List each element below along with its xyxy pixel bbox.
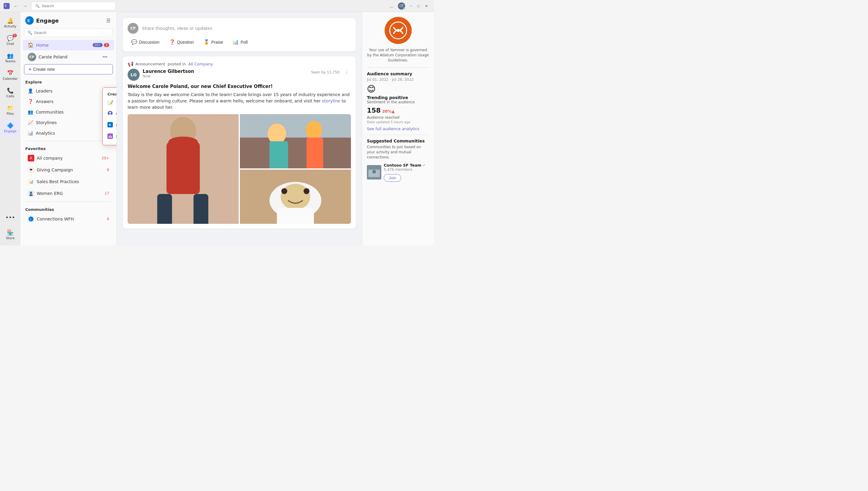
composer-top: CP Share thoughts, ideas or updates bbox=[128, 23, 351, 34]
answers-icon: ❓ bbox=[28, 99, 33, 104]
title-search-bar: 🔍 bbox=[31, 2, 116, 10]
teams-label: Teams bbox=[5, 59, 16, 63]
more-options-button[interactable]: ... bbox=[388, 2, 395, 10]
dropdown-item-community[interactable]: Community bbox=[103, 108, 117, 120]
fav-item-women-erg[interactable]: Women ERG 17 bbox=[23, 187, 114, 199]
engage-label: Engage bbox=[4, 129, 16, 133]
sidebar: E Engage ☰ 🔍 🏠 Home 20+ 3 bbox=[21, 12, 117, 246]
teams-icon: 👥 bbox=[7, 52, 13, 59]
explore-item-storylines[interactable]: 📈 Storylines bbox=[23, 117, 114, 128]
sidebar-item-activity[interactable]: 🔔 Activity bbox=[2, 15, 19, 31]
explore-item-leaders[interactable]: 👤 Leaders bbox=[23, 86, 114, 96]
sentiment-sub: Sentiment in the audience bbox=[367, 100, 429, 104]
user-row[interactable]: CP Carole Poland ••• bbox=[23, 51, 114, 63]
svg-point-31 bbox=[304, 188, 310, 194]
create-new-label: Create new bbox=[33, 67, 55, 72]
teams-logo-icon: T bbox=[4, 3, 10, 9]
back-button[interactable]: ← bbox=[12, 2, 20, 10]
svg-text:T: T bbox=[5, 4, 7, 8]
communities-section-label: Communities bbox=[21, 204, 117, 213]
audience-count-row: 158 20%▲ bbox=[367, 107, 429, 114]
explore-item-analytics[interactable]: 📊 Analytics bbox=[23, 128, 114, 138]
user-options-button[interactable]: ••• bbox=[100, 54, 109, 60]
explore-section-label: Explore bbox=[21, 77, 117, 86]
fav-item-connections-wfh[interactable]: C Connections WFH 6 bbox=[23, 213, 114, 225]
dropdown-item-event[interactable]: 📅 Event bbox=[103, 131, 117, 143]
giving-campaign-icon: ❤️ bbox=[28, 167, 34, 173]
maximize-button[interactable]: □ bbox=[415, 3, 422, 9]
explore-item-answers[interactable]: ❓ Answers bbox=[23, 96, 114, 107]
more-apps-button[interactable]: ••• bbox=[2, 209, 19, 226]
sidebar-item-chat[interactable]: 💬 Chat 1 bbox=[2, 32, 19, 49]
user-avatar: CP bbox=[28, 53, 36, 61]
community-members: 5,476 members bbox=[384, 168, 426, 172]
right-panel: Your use of Yammer is governed by the Ad… bbox=[362, 12, 434, 246]
audience-date-range: Jul 01, 2022 - Jul 28, 2022 bbox=[367, 78, 429, 82]
fav-label-sales: Sales Best Practices bbox=[37, 179, 109, 184]
post-image-bottom-right bbox=[240, 170, 351, 224]
fav-item-giving[interactable]: ❤️ Giving Campaign 8 bbox=[23, 164, 114, 176]
connections-wfh-icon: C bbox=[28, 216, 34, 222]
title-search-input[interactable] bbox=[41, 4, 112, 8]
post-card: 📢 Announcement posted in All Company LG … bbox=[123, 56, 356, 229]
post-community-link[interactable]: All Company bbox=[188, 62, 213, 66]
sidebar-search-icon: 🔍 bbox=[27, 30, 32, 35]
community-card: Contoso SF Team ✓ 5,476 members Join bbox=[367, 163, 429, 182]
forward-button[interactable]: → bbox=[21, 2, 29, 10]
fav-item-all-company[interactable]: A All company 20+ bbox=[23, 152, 114, 164]
minimize-button[interactable]: − bbox=[407, 3, 414, 9]
title-bar-right: ... CP − □ ✕ bbox=[388, 2, 430, 10]
post-image-main bbox=[128, 114, 239, 224]
home-label: Home bbox=[36, 43, 90, 48]
all-company-icon: A bbox=[28, 155, 34, 162]
fav-label-all-company: All company bbox=[37, 156, 99, 161]
explore-item-communities[interactable]: 👥 Communities bbox=[23, 107, 114, 117]
join-button[interactable]: Join bbox=[384, 174, 401, 182]
storylines-icon: 📈 bbox=[28, 120, 33, 125]
question-button[interactable]: ❓ Question bbox=[165, 37, 197, 47]
app-body: 🔔 Activity 💬 Chat 1 👥 Teams 📅 Calendar 📞… bbox=[0, 12, 434, 246]
svg-text:C: C bbox=[30, 218, 32, 221]
praise-button[interactable]: 🏅 Praise bbox=[200, 37, 227, 47]
sidebar-item-calls[interactable]: 📞 Calls bbox=[2, 84, 19, 101]
close-button[interactable]: ✕ bbox=[423, 3, 430, 9]
poll-button[interactable]: 📊 Poll bbox=[229, 37, 251, 47]
svg-point-29 bbox=[280, 184, 310, 210]
composer-placeholder[interactable]: Share thoughts, ideas or updates bbox=[142, 26, 351, 31]
post-author-avatar: LG bbox=[128, 69, 140, 81]
files-icon: 📁 bbox=[7, 105, 13, 111]
post-header: LG Laurence Gilbertson Now Seen by 11,75… bbox=[128, 69, 351, 81]
post-storyline-link[interactable]: storyline bbox=[322, 98, 340, 103]
sidebar-search-input[interactable] bbox=[34, 30, 110, 35]
leaders-icon: 👤 bbox=[28, 88, 33, 94]
verified-icon: ✓ bbox=[423, 163, 426, 167]
sidebar-item-store[interactable]: 🏪 Store bbox=[2, 226, 19, 243]
sidebar-item-files[interactable]: 📁 Files bbox=[2, 102, 19, 119]
svg-rect-19 bbox=[157, 194, 172, 224]
sidebar-item-home[interactable]: 🏠 Home 20+ 3 bbox=[23, 40, 114, 50]
post-main-photo bbox=[128, 114, 239, 224]
post-options-button[interactable]: ⋮ bbox=[342, 69, 351, 76]
main-content: CP Share thoughts, ideas or updates 💬 Di… bbox=[117, 12, 362, 246]
sidebar-item-engage[interactable]: 🔷 Engage bbox=[2, 119, 19, 136]
discussion-button[interactable]: 💬 Discussion bbox=[128, 37, 163, 47]
campaign-label: Campaign bbox=[116, 123, 117, 128]
create-new-button[interactable]: + Create new bbox=[24, 64, 113, 75]
fav-count-all-company: 20+ bbox=[102, 156, 109, 160]
hamburger-button[interactable]: ☰ bbox=[105, 17, 112, 25]
event-label: Event bbox=[116, 134, 117, 139]
calls-icon: 📞 bbox=[7, 87, 13, 94]
campaign-icon: ★ bbox=[107, 122, 113, 128]
post-author-block: Laurence Gilbertson Now bbox=[143, 69, 194, 78]
dropdown-item-campaign[interactable]: ★ Campaign bbox=[103, 120, 117, 131]
avatar[interactable]: CP bbox=[398, 2, 405, 10]
announcement-icon: 📢 bbox=[128, 61, 134, 67]
dropdown-item-post[interactable]: 📝 Post bbox=[103, 97, 117, 108]
chat-label: Chat bbox=[6, 42, 14, 46]
sidebar-item-teams[interactable]: 👥 Teams bbox=[2, 49, 19, 66]
analytics-link[interactable]: See full audience analytics bbox=[367, 126, 429, 131]
fav-count-women-erg: 17 bbox=[105, 191, 109, 196]
sidebar-item-calendar[interactable]: 📅 Calendar bbox=[2, 67, 19, 84]
fav-item-sales[interactable]: 📊 Sales Best Practices bbox=[23, 176, 114, 187]
fav-count-giving: 8 bbox=[107, 168, 109, 172]
